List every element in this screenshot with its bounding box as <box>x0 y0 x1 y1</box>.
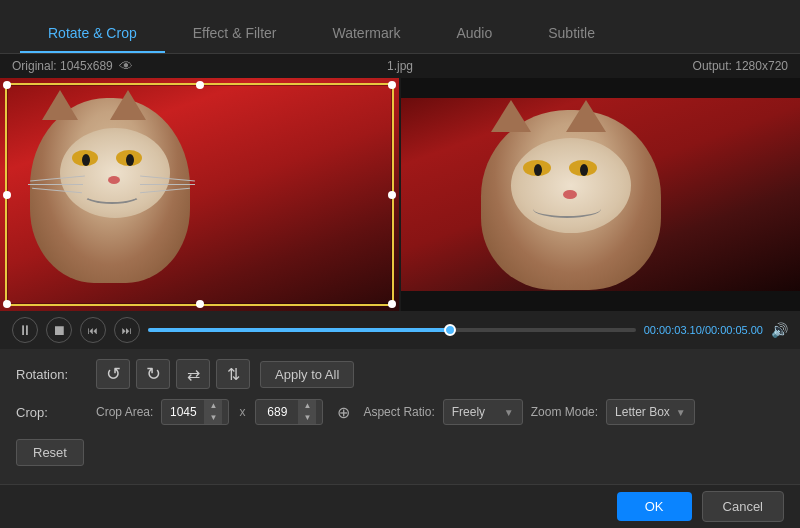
next-frame-button[interactable]: ⏭ <box>114 317 140 343</box>
crop-width-spin: ▲ ▼ <box>204 400 222 424</box>
aspect-ratio-label: Aspect Ratio: <box>363 405 434 419</box>
center-crop-icon[interactable]: ⊕ <box>331 400 355 424</box>
zoom-mode-dropdown[interactable]: Letter Box ▼ <box>606 399 695 425</box>
stop-button[interactable]: ⏹ <box>46 317 72 343</box>
crop-area-label: Crop Area: <box>96 405 153 419</box>
flip-vertical-button[interactable]: ⇅ <box>216 359 250 389</box>
aspect-ratio-dropdown[interactable]: Freely ▼ <box>443 399 523 425</box>
aspect-ratio-value: Freely <box>452 405 485 419</box>
cancel-button[interactable]: Cancel <box>702 491 784 522</box>
video-panels <box>0 78 800 311</box>
bottom-bar: OK Cancel <box>0 484 800 528</box>
tab-subtitle[interactable]: Subtitle <box>520 15 623 53</box>
zoom-mode-group: Zoom Mode: Letter Box ▼ <box>531 399 695 425</box>
rotation-buttons: ↺ ↻ ⇄ ⇅ <box>96 359 250 389</box>
video-right-panel <box>401 78 800 311</box>
tab-watermark[interactable]: Watermark <box>305 15 429 53</box>
rotation-row: Rotation: ↺ ↻ ⇄ ⇅ Apply to All <box>16 359 784 389</box>
video-left-panel <box>0 78 399 311</box>
rotate-right-button[interactable]: ↻ <box>136 359 170 389</box>
total-time: 00:00:05.00 <box>705 324 763 336</box>
play-pause-button[interactable]: ⏸ <box>12 317 38 343</box>
zoom-mode-value: Letter Box <box>615 405 670 419</box>
crop-height-field[interactable] <box>256 405 298 419</box>
volume-icon[interactable]: 🔊 <box>771 322 788 338</box>
playback-bar: ⏸ ⏹ ⏮ ⏭ 00:00:03.10/00:00:05.00 🔊 <box>0 311 800 349</box>
tab-rotate-crop[interactable]: Rotate & Crop <box>20 15 165 53</box>
timeline-slider[interactable] <box>148 328 636 332</box>
main-area: Original: 1045x689 👁 1.jpg Output: 1280x… <box>0 54 800 528</box>
crop-width-down[interactable]: ▼ <box>204 412 222 424</box>
time-display: 00:00:03.10/00:00:05.00 <box>644 324 763 336</box>
current-time: 00:00:03.10 <box>644 324 702 336</box>
aspect-dropdown-arrow: ▼ <box>504 407 514 418</box>
crop-height-up[interactable]: ▲ <box>298 400 316 412</box>
tab-effect-filter[interactable]: Effect & Filter <box>165 15 305 53</box>
timeline-fill <box>148 328 450 332</box>
preview-section: Original: 1045x689 👁 1.jpg Output: 1280x… <box>0 54 800 349</box>
crop-height-spin: ▲ ▼ <box>298 400 316 424</box>
tab-bar: Rotate & Crop Effect & Filter Watermark … <box>0 0 800 54</box>
reset-row: Reset <box>16 435 784 466</box>
tab-audio[interactable]: Audio <box>428 15 520 53</box>
crop-controls: Crop Area: ▲ ▼ x ▲ ▼ ⊕ <box>96 399 695 425</box>
original-info: Original: 1045x689 👁 <box>12 58 133 74</box>
ok-button[interactable]: OK <box>617 492 692 521</box>
original-resolution: Original: 1045x689 <box>12 59 113 73</box>
crop-width-up[interactable]: ▲ <box>204 400 222 412</box>
crop-height-input[interactable]: ▲ ▼ <box>255 399 323 425</box>
crop-width-input[interactable]: ▲ ▼ <box>161 399 229 425</box>
prev-frame-button[interactable]: ⏮ <box>80 317 106 343</box>
crop-width-field[interactable] <box>162 405 204 419</box>
filename-label: 1.jpg <box>387 59 413 73</box>
apply-to-all-button[interactable]: Apply to All <box>260 361 354 388</box>
rotation-label: Rotation: <box>16 367 86 382</box>
crop-height-down[interactable]: ▼ <box>298 412 316 424</box>
crop-row: Crop: Crop Area: ▲ ▼ x ▲ ▼ <box>16 399 784 425</box>
timeline-thumb[interactable] <box>444 324 456 336</box>
flip-horizontal-button[interactable]: ⇄ <box>176 359 210 389</box>
aspect-ratio-group: Aspect Ratio: Freely ▼ <box>363 399 522 425</box>
eye-icon[interactable]: 👁 <box>119 58 133 74</box>
zoom-mode-label: Zoom Mode: <box>531 405 598 419</box>
crop-label: Crop: <box>16 405 86 420</box>
rotate-left-button[interactable]: ↺ <box>96 359 130 389</box>
output-resolution: Output: 1280x720 <box>693 59 788 73</box>
preview-info: Original: 1045x689 👁 1.jpg Output: 1280x… <box>0 54 800 78</box>
x-separator: x <box>239 405 245 419</box>
reset-button[interactable]: Reset <box>16 439 84 466</box>
zoom-dropdown-arrow: ▼ <box>676 407 686 418</box>
